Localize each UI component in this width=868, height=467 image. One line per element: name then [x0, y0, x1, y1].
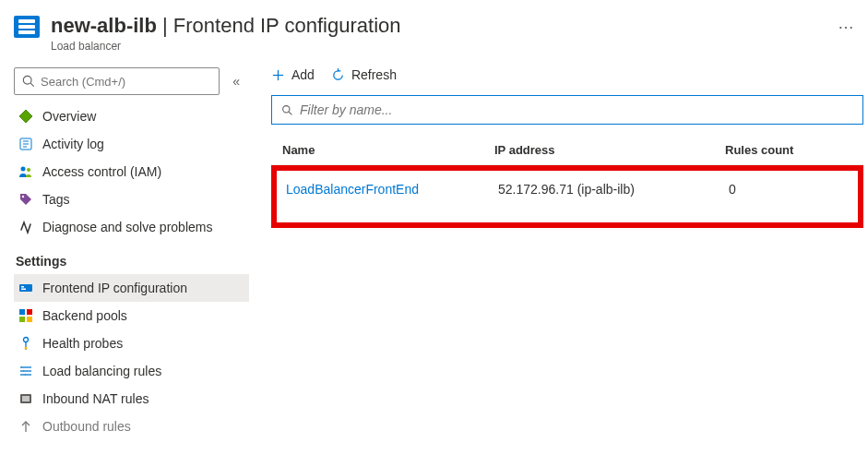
sidebar-item-outbound-rules[interactable]: Outbound rules	[14, 413, 249, 440]
nav-label: Load balancing rules	[42, 364, 161, 378]
content-area: « Overview Activity log Access control (…	[0, 60, 868, 467]
sidebar-item-backend-pools[interactable]: Backend pools	[14, 302, 249, 329]
svg-rect-24	[22, 396, 30, 401]
diagnose-icon	[18, 220, 33, 234]
inbound-nat-icon	[18, 391, 33, 406]
svg-point-9	[22, 196, 24, 198]
resource-name: new-alb-ilb	[51, 14, 157, 37]
nav-label: Overview	[42, 109, 96, 124]
nav-label: Inbound NAT rules	[42, 391, 149, 406]
sidebar-section-settings: Settings	[14, 241, 249, 274]
toolbar: Add Refresh	[271, 67, 863, 95]
sidebar: « Overview Activity log Access control (…	[0, 60, 249, 467]
svg-marker-2	[19, 110, 32, 123]
sidebar-search-input[interactable]	[41, 75, 211, 89]
add-label: Add	[291, 67, 315, 82]
svg-line-1	[30, 83, 34, 87]
nav-label: Access control (IAM)	[42, 164, 161, 179]
header-title-wrap: new-alb-ilb | Frontend IP configuration …	[51, 14, 825, 53]
sidebar-item-overview[interactable]: Overview	[14, 102, 249, 130]
svg-rect-10	[19, 284, 32, 292]
overview-icon	[18, 109, 33, 124]
svg-rect-14	[27, 309, 32, 315]
main-panel: Add Refresh Name IP address Rules count …	[249, 60, 868, 467]
more-actions-button[interactable]: …	[825, 14, 868, 33]
frontend-ip-icon	[18, 281, 33, 295]
plus-icon	[271, 68, 285, 82]
refresh-icon	[331, 68, 345, 82]
nav-label: Health probes	[42, 336, 123, 351]
highlighted-region: LoadBalancerFrontEnd 52.172.96.71 (ip-al…	[271, 165, 863, 228]
sidebar-item-load-balancing-rules[interactable]: Load balancing rules	[14, 357, 249, 385]
nav-label: Tags	[42, 192, 70, 207]
svg-point-19	[25, 347, 28, 350]
row-name-link[interactable]: LoadBalancerFrontEnd	[286, 182, 498, 197]
nav-label: Diagnose and solve problems	[42, 220, 212, 234]
svg-rect-12	[21, 289, 26, 291]
frontend-ip-table: Name IP address Rules count LoadBalancer…	[271, 134, 863, 228]
search-icon	[281, 104, 293, 116]
sidebar-item-frontend-ip[interactable]: Frontend IP configuration	[14, 274, 249, 302]
svg-point-0	[23, 76, 31, 84]
health-probes-icon	[18, 336, 33, 351]
page-title: new-alb-ilb | Frontend IP configuration	[51, 14, 825, 38]
table-header: Name IP address Rules count	[271, 134, 863, 165]
refresh-button[interactable]: Refresh	[331, 67, 397, 82]
backend-pools-icon	[18, 308, 33, 323]
filter-input[interactable]	[300, 102, 853, 117]
col-header-ip[interactable]: IP address	[494, 143, 725, 157]
page-header: new-alb-ilb | Frontend IP configuration …	[0, 0, 868, 60]
nav-label: Activity log	[42, 137, 104, 151]
svg-point-7	[21, 167, 26, 172]
nav-label: Outbound rules	[42, 419, 131, 434]
sidebar-item-diagnose[interactable]: Diagnose and solve problems	[14, 213, 249, 241]
sidebar-item-access-control[interactable]: Access control (IAM)	[14, 158, 249, 186]
refresh-label: Refresh	[351, 67, 397, 82]
svg-rect-13	[19, 309, 25, 315]
row-rules: 0	[729, 182, 854, 197]
activity-log-icon	[18, 137, 33, 151]
sidebar-item-activity-log[interactable]: Activity log	[14, 130, 249, 158]
sidebar-search[interactable]	[14, 67, 220, 95]
outbound-rules-icon	[18, 419, 33, 434]
svg-point-28	[283, 105, 290, 112]
search-icon	[22, 75, 35, 88]
access-control-icon	[18, 164, 33, 179]
load-balancer-icon	[14, 16, 40, 38]
svg-rect-16	[27, 317, 32, 322]
row-ip: 52.172.96.71 (ip-alb-ilb)	[498, 182, 729, 197]
sidebar-item-inbound-nat[interactable]: Inbound NAT rules	[14, 385, 249, 413]
svg-point-17	[24, 338, 29, 342]
load-balancing-rules-icon	[18, 364, 33, 378]
col-header-name[interactable]: Name	[282, 143, 494, 157]
svg-rect-11	[21, 286, 24, 288]
blade-title: Frontend IP configuration	[173, 14, 401, 37]
svg-line-29	[289, 112, 291, 114]
collapse-sidebar-icon[interactable]: «	[232, 74, 240, 89]
sidebar-search-row: «	[14, 67, 249, 95]
add-button[interactable]: Add	[271, 67, 315, 82]
table-row[interactable]: LoadBalancerFrontEnd 52.172.96.71 (ip-al…	[280, 171, 854, 204]
svg-rect-15	[19, 317, 25, 322]
filter-box[interactable]	[271, 95, 863, 125]
sidebar-item-health-probes[interactable]: Health probes	[14, 329, 249, 357]
tags-icon	[18, 192, 33, 207]
svg-point-8	[27, 168, 30, 172]
nav-label: Frontend IP configuration	[42, 281, 187, 295]
nav-label: Backend pools	[42, 308, 127, 323]
resource-type-subtitle: Load balancer	[51, 40, 825, 53]
sidebar-item-tags[interactable]: Tags	[14, 186, 249, 213]
col-header-rules[interactable]: Rules count	[725, 143, 863, 157]
